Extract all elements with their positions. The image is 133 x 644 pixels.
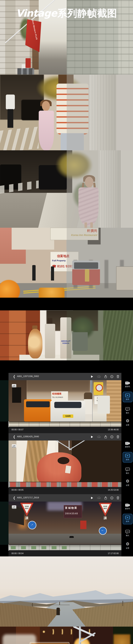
settings-icon[interactable]: ⚙: [126, 419, 129, 423]
photo-girl-pink-dress: [0, 150, 133, 228]
media-label: 媒体: [123, 398, 132, 400]
camera-icon[interactable]: [125, 442, 130, 445]
camera-label[interactable]: 摄影机: [122, 446, 133, 448]
clip-timecode: 13:36:46:00: [108, 428, 119, 431]
street-cat: [69, 536, 74, 538]
clip-header: ❮ A001_12091425_D040: [9, 433, 121, 440]
playhead[interactable]: [9, 482, 9, 488]
media-label: 媒体: [123, 520, 132, 522]
pedestrian: [6, 94, 15, 109]
photo-landscape: [0, 556, 133, 626]
clip-timecode: 17:17:02:00: [108, 552, 119, 554]
media-tab-active[interactable]: 媒体: [123, 392, 132, 402]
car-row: [18, 68, 34, 74]
photo-bottles: ABSOLUT VODKA: [0, 310, 133, 360]
share-icon[interactable]: [104, 375, 107, 378]
media-icon: [125, 516, 130, 520]
camera-icon[interactable]: [125, 381, 130, 385]
chat-label[interactable]: 聊天: [122, 472, 133, 474]
svg-text:讓: 讓: [104, 516, 107, 520]
settings-label[interactable]: 设置: [122, 547, 133, 549]
orange-taxi: [24, 399, 52, 422]
glass-bottle: [45, 324, 55, 358]
settings-label[interactable]: 设置: [122, 424, 133, 426]
red-sign: [80, 520, 86, 529]
media-label: 媒体: [123, 458, 132, 461]
white-van: [97, 396, 110, 414]
play-icon[interactable]: [91, 376, 93, 378]
back-icon[interactable]: ❮: [13, 496, 15, 500]
video-preview[interactable]: GIVE WAY 讓 GIVE WAY 讓 富城物業 39043548 LUT: [9, 502, 121, 545]
playhead[interactable]: [9, 544, 9, 551]
clip-name: A001_12091425_D040: [17, 436, 39, 438]
info-icon[interactable]: [110, 496, 113, 500]
sidebar: 摄影机 媒体 聊天 ⚙ 设置: [122, 433, 133, 494]
back-icon[interactable]: ❮: [13, 435, 15, 438]
hanging-fruit: [113, 634, 130, 644]
no-stopping-sign: [94, 382, 103, 395]
give-way-sign: GIVE WAY 讓: [99, 502, 112, 520]
traffic-barrier-lamp: [39, 288, 65, 298]
chat-icon[interactable]: [125, 407, 130, 411]
cloud-upload-icon[interactable]: [97, 375, 101, 378]
info-icon[interactable]: [110, 375, 113, 378]
play-icon[interactable]: [91, 436, 93, 438]
title-cjk: 系列静帧截图: [57, 8, 117, 19]
video-preview[interactable]: 昭煌棚業 TEL:91200820 End移止 GARI LUT: [9, 380, 121, 422]
share-icon[interactable]: [104, 435, 107, 438]
arrow-sign: [28, 521, 36, 529]
traffic-barrier-lamp: [0, 280, 20, 298]
camera-label[interactable]: 摄影机: [122, 508, 133, 510]
media-tab-active[interactable]: 媒体: [123, 452, 132, 462]
clip-screenshot-3: ❮ A001_12071717_D019 GIVE WAY 讓: [0, 494, 133, 556]
chat-label[interactable]: 聊天: [122, 412, 133, 414]
lut-badge: LUT: [12, 384, 16, 388]
license-plate: GARI: [63, 414, 73, 418]
girl: [42, 101, 50, 111]
cloud-upload-icon[interactable]: [97, 496, 101, 500]
white-car: GARI: [50, 400, 85, 422]
chat-icon[interactable]: [125, 530, 130, 534]
chat-label[interactable]: 聊天: [122, 534, 133, 537]
divider: [0, 298, 133, 310]
chat-icon[interactable]: [125, 468, 130, 472]
settings-icon[interactable]: ⚙: [126, 479, 129, 483]
media-tab-active[interactable]: 媒体: [123, 514, 132, 524]
clothing-tag: [65, 465, 71, 474]
video-preview[interactable]: LUT: [9, 440, 121, 482]
svg-text:WAY: WAY: [103, 508, 107, 510]
cloud-upload-icon[interactable]: [97, 435, 101, 438]
trash-icon[interactable]: [116, 496, 119, 500]
estate-sign: 富城物業 39043548: [64, 505, 82, 518]
give-way-sign: GIVE WAY 讓: [20, 502, 33, 520]
page-title: Vintage系列静帧截图: [0, 7, 133, 20]
share-icon[interactable]: [104, 496, 107, 500]
camera-label[interactable]: 摄影机: [122, 385, 133, 388]
svg-text:GIVE: GIVE: [25, 506, 29, 507]
arrow-sign: [99, 527, 107, 535]
settings-label[interactable]: 设置: [122, 484, 133, 486]
info-icon[interactable]: [110, 435, 113, 438]
settings-icon[interactable]: ⚙: [126, 542, 129, 546]
clip-timecode: 14:25:53:00: [108, 489, 119, 491]
timecode-bar: 00:00 / 00:07 13:36:46:00: [9, 427, 121, 433]
back-icon[interactable]: ❮: [13, 375, 15, 378]
crosswalk: [0, 126, 39, 150]
clip-duration: 00:00 / 00:04: [12, 552, 24, 554]
figure-on-road: [57, 608, 60, 615]
clip-screenshot-2: ❮ A001_12091425_D040 LUT 00:00 /: [0, 433, 133, 494]
filmstrip[interactable]: [9, 545, 121, 550]
photo-street-corner: 軒廣尚 Korea Inn Restaurant 信富地產 Full Prope…: [0, 228, 133, 298]
lut-badge: LUT: [12, 506, 16, 509]
playhead[interactable]: [9, 421, 9, 427]
lut-comparison-overlay: [67, 228, 133, 298]
trash-icon[interactable]: [116, 435, 119, 438]
trash-icon[interactable]: [116, 375, 119, 378]
media-icon: [125, 454, 130, 458]
filmstrip[interactable]: [9, 482, 121, 487]
timecode-bar: 00:00 / 00:05 14:25:53:00: [9, 487, 121, 494]
filmstrip[interactable]: [9, 422, 121, 427]
clip-duration: 00:00 / 00:07: [12, 428, 24, 431]
camera-icon[interactable]: [125, 503, 130, 507]
play-icon[interactable]: [91, 497, 93, 499]
